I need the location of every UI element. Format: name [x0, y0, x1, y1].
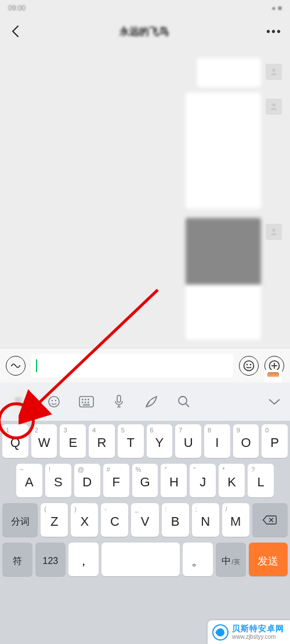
emoji-button[interactable] — [239, 356, 259, 376]
key-W[interactable]: 2W — [31, 424, 57, 458]
svg-point-0 — [11, 365, 12, 366]
key-H[interactable]: "H — [161, 464, 187, 497]
svg-point-2 — [244, 361, 254, 370]
key-F[interactable]: #F — [103, 464, 129, 497]
key-C[interactable]: -C — [101, 503, 128, 537]
message-row[interactable] — [186, 93, 282, 209]
svg-rect-16 — [83, 405, 90, 406]
key-X[interactable]: )X — [71, 503, 98, 537]
key-A[interactable]: ~A — [16, 464, 42, 497]
key-G[interactable]: %G — [132, 464, 158, 497]
key-U[interactable]: 7U — [175, 424, 201, 458]
key-period[interactable]: 。 — [183, 543, 213, 576]
svg-point-18 — [179, 396, 187, 405]
svg-point-8 — [55, 400, 56, 401]
key-send[interactable]: 发送 — [249, 543, 288, 576]
keyboard-mascot[interactable] — [264, 370, 282, 383]
key-comma[interactable]: ， — [68, 543, 99, 576]
key-L[interactable]: ?L — [248, 464, 274, 497]
message-row[interactable] — [186, 218, 282, 340]
svg-point-4 — [250, 363, 251, 365]
key-Z[interactable]: (Z — [41, 503, 68, 537]
key-segment[interactable]: 分词 — [2, 503, 38, 537]
chat-body[interactable] — [0, 46, 290, 348]
key-numeric[interactable]: 123 — [35, 543, 66, 576]
key-T[interactable]: 5T — [118, 424, 144, 458]
smiley-icon — [243, 360, 255, 372]
watermark-url: www.zjbstyy.com — [232, 634, 284, 641]
svg-rect-10 — [82, 399, 84, 401]
toolbar-emoji-button[interactable] — [45, 393, 63, 410]
svg-rect-17 — [117, 395, 121, 402]
chevron-down-icon — [268, 398, 281, 406]
watermark-title: 贝斯特安卓网 — [232, 624, 284, 634]
message-bubble[interactable] — [186, 93, 261, 209]
key-E[interactable]: 3E — [60, 424, 86, 458]
watermark-logo — [212, 624, 229, 641]
key-O[interactable]: 9O — [233, 424, 259, 458]
key-backspace[interactable] — [252, 503, 288, 537]
message-input[interactable] — [31, 354, 233, 377]
key-V[interactable]: _V — [131, 503, 158, 537]
key-P[interactable]: 0P — [262, 424, 288, 458]
backspace-icon — [262, 512, 277, 527]
svg-point-6 — [49, 396, 59, 407]
toolbar-keyboard-button[interactable] — [78, 393, 95, 410]
key-D[interactable]: @D — [74, 464, 100, 497]
avatar[interactable] — [266, 99, 282, 115]
svg-point-1 — [19, 365, 20, 366]
key-M[interactable]: /M — [222, 503, 249, 537]
key-space[interactable] — [102, 543, 180, 576]
watermark: 贝斯特安卓网 www.zjbstyy.com — [208, 620, 290, 644]
toolbar-collapse-button[interactable] — [266, 393, 283, 410]
keyboard-icon — [79, 396, 94, 407]
search-icon — [177, 395, 191, 409]
quill-icon — [144, 394, 159, 409]
status-icons: ● ■ — [271, 4, 282, 12]
svg-rect-15 — [88, 402, 89, 403]
key-J[interactable]: "J — [190, 464, 216, 497]
text-caret — [36, 359, 37, 372]
keyboard-toolbar: S — [0, 383, 290, 421]
chat-header: 永远的飞鸟 ••• — [0, 16, 290, 46]
key-Y[interactable]: 6Y — [147, 424, 173, 458]
sound-wave-icon — [10, 360, 21, 372]
key-S[interactable]: !S — [45, 464, 71, 497]
avatar[interactable] — [266, 64, 282, 80]
status-time: 09:00 — [8, 4, 26, 12]
svg-rect-12 — [88, 399, 89, 401]
key-B[interactable]: :B — [162, 503, 189, 537]
microphone-icon — [113, 394, 125, 409]
key-language[interactable]: 中/英 — [216, 543, 246, 576]
svg-rect-14 — [85, 402, 86, 403]
toolbar-handwrite-button[interactable] — [143, 393, 160, 410]
keyboard: S 1Q2W3E4R5T6Y7U8I9O0P ~A!S@D#F%G"H"J*K?… — [0, 383, 290, 644]
key-R[interactable]: 4R — [89, 424, 115, 458]
chat-input-bar — [0, 348, 290, 383]
message-bubble[interactable] — [197, 58, 261, 87]
emoji-icon — [47, 395, 61, 409]
key-symbol[interactable]: 符 — [2, 543, 32, 576]
key-K[interactable]: *K — [219, 464, 245, 497]
back-button[interactable] — [8, 24, 22, 38]
key-N[interactable]: ;N — [192, 503, 219, 537]
svg-point-7 — [52, 400, 53, 401]
more-button[interactable]: ••• — [266, 25, 282, 38]
toolbar-search-button[interactable] — [175, 393, 193, 410]
svg-rect-11 — [85, 399, 86, 401]
svg-point-3 — [246, 363, 248, 365]
voice-mode-button[interactable] — [6, 356, 26, 376]
key-I[interactable]: 8I — [204, 424, 230, 458]
chat-title: 永远的飞鸟 — [119, 25, 169, 38]
message-bubble[interactable] — [186, 218, 261, 340]
ime-logo-button[interactable]: S — [7, 390, 30, 413]
key-Q[interactable]: 1Q — [2, 424, 28, 458]
svg-rect-13 — [82, 402, 84, 403]
message-row[interactable] — [197, 58, 282, 87]
status-bar: 09:00 ● ■ — [0, 0, 290, 16]
avatar[interactable] — [266, 224, 282, 240]
toolbar-mic-button[interactable] — [110, 393, 128, 410]
